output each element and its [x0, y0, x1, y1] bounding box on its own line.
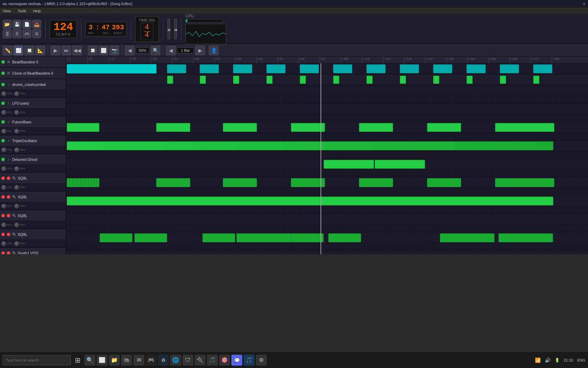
pattern-block[interactable]: [156, 123, 190, 132]
mail-button[interactable]: ✉: [133, 355, 144, 366]
file-explorer-button[interactable]: 📁: [109, 355, 120, 366]
track-header-3[interactable]: ♪ LFO-party: [0, 98, 66, 109]
stop-button[interactable]: ◀◀: [72, 46, 82, 55]
pattern-row-4[interactable]: [66, 122, 588, 133]
pattern-block[interactable]: [223, 178, 257, 187]
track-mute-10[interactable]: [1, 233, 5, 236]
pattern-block[interactable]: [500, 64, 519, 73]
track-header-4[interactable]: ♪ FutureBass: [0, 117, 66, 127]
track-vol-knob-9[interactable]: [1, 223, 6, 227]
steam-button[interactable]: ♻: [158, 355, 169, 366]
track-vol-knob-2[interactable]: [1, 91, 6, 96]
windows-button[interactable]: ⊞: [72, 355, 83, 366]
mixer-button[interactable]: 🎚: [13, 29, 21, 38]
pattern-row-3[interactable]: [66, 104, 588, 114]
track-mute-8[interactable]: [1, 195, 5, 199]
controller-button[interactable]: 🎮: [22, 29, 31, 38]
track-solo-7[interactable]: [7, 177, 10, 180]
track-pan-knob-5[interactable]: [14, 148, 19, 152]
pattern-block[interactable]: [495, 178, 554, 187]
instruments-button[interactable]: 🎛: [3, 29, 12, 38]
pattern-row-10[interactable]: [66, 232, 588, 243]
play-button[interactable]: ▶: [51, 46, 60, 55]
pattern-block[interactable]: [100, 233, 132, 242]
pattern-block[interactable]: [134, 233, 167, 242]
pattern-block[interactable]: [467, 76, 473, 84]
pattern-row-7[interactable]: [66, 177, 588, 188]
search-input[interactable]: [3, 355, 71, 365]
pattern-row-2[interactable]: [66, 85, 588, 96]
track-solo-8[interactable]: [7, 195, 10, 199]
music-button[interactable]: 🎵: [207, 355, 218, 366]
track-name-0[interactable]: Beat/Bassline 0: [12, 60, 64, 64]
pattern-block[interactable]: [167, 64, 186, 73]
menu-help[interactable]: Help: [32, 9, 42, 13]
track-mute-2[interactable]: [1, 83, 5, 86]
pattern-block[interactable]: [500, 76, 506, 84]
quantize-right-button[interactable]: ▶: [195, 46, 205, 55]
search-taskbar-button[interactable]: 🔍: [84, 355, 95, 366]
pattern-block[interactable]: [467, 64, 486, 73]
pattern-block[interactable]: [67, 141, 553, 150]
new-project-button[interactable]: 📄: [22, 20, 31, 29]
vst-button[interactable]: 🔌: [195, 355, 206, 366]
save-project-button[interactable]: 💾: [13, 20, 21, 29]
pattern-row-0[interactable]: [66, 63, 588, 74]
track-pan-knob-6[interactable]: [14, 166, 19, 171]
track-header-1[interactable]: ⊞ Clone of Beat/Bassline 0: [0, 68, 66, 79]
pattern-block[interactable]: [533, 76, 539, 84]
pattern-block[interactable]: [223, 123, 257, 132]
track-mute-3[interactable]: [1, 102, 5, 105]
tempo-section[interactable]: 124 TEMPO: [50, 20, 77, 38]
add-sample-button[interactable]: ⬜: [99, 46, 108, 55]
track-header-6[interactable]: ♪ Detuned Ghost: [0, 154, 66, 165]
pattern-block[interactable]: [300, 64, 319, 73]
lmms-button[interactable]: 🎵: [244, 355, 255, 366]
pattern-block[interactable]: [291, 123, 325, 132]
track-vol-knob-4[interactable]: [1, 129, 6, 134]
track-name-10[interactable]: SQ8L: [18, 232, 64, 236]
settings-sys-button[interactable]: ⚙: [256, 355, 267, 366]
app1-button[interactable]: 🎮: [146, 355, 157, 366]
pattern-block[interactable]: [67, 64, 157, 74]
zoom-out-button[interactable]: ◀: [125, 46, 134, 55]
pattern-block[interactable]: [291, 178, 325, 187]
discord-button[interactable]: 💬: [231, 355, 242, 366]
track-header-8[interactable]: 🔌 SQ8L: [0, 191, 66, 202]
track-header-11[interactable]: 🔌 Synth1 VSTi: [0, 248, 66, 254]
track-vol-knob-7[interactable]: [1, 185, 6, 190]
pattern-block[interactable]: [333, 64, 352, 73]
track-vol-knob-8[interactable]: [1, 204, 6, 209]
track-mute-4[interactable]: [1, 120, 5, 124]
pattern-block[interactable]: [433, 64, 452, 73]
export-button[interactable]: 📤: [32, 20, 41, 29]
pattern-block[interactable]: [366, 76, 373, 84]
menu-view[interactable]: View: [1, 9, 12, 13]
close-button[interactable]: ×: [583, 2, 585, 6]
timeline-settings-button[interactable]: 👤: [209, 46, 218, 55]
pattern-block[interactable]: [333, 76, 339, 84]
quantize-left-button[interactable]: ◀: [166, 46, 176, 55]
track-name-3[interactable]: LFO-party: [12, 101, 64, 105]
master-pitch-slider[interactable]: [174, 19, 177, 39]
draw-mode-button[interactable]: ✏️: [3, 46, 12, 55]
track-name-9[interactable]: SQ8L: [18, 214, 64, 218]
track-name-2[interactable]: drums_crashcymbal: [12, 82, 64, 87]
timeline-area[interactable]: I 1I 9I 17I 25I 33I 41I 49I 57I 65I 73I …: [66, 57, 588, 254]
track-pan-knob-4[interactable]: [14, 129, 19, 134]
pattern-block[interactable]: [67, 197, 553, 205]
track-pan-knob-7[interactable]: [14, 185, 19, 190]
browser-button[interactable]: 🌐: [170, 355, 181, 366]
pattern-row-9[interactable]: [66, 214, 588, 225]
pattern-block[interactable]: [366, 64, 386, 73]
pattern-row-11[interactable]: [66, 251, 588, 254]
track-pan-knob-9[interactable]: [14, 223, 19, 227]
pattern-row-8[interactable]: [66, 196, 588, 206]
track-mute-7[interactable]: [1, 177, 5, 180]
track-header-0[interactable]: ⊞ Beat/Bassline 0: [0, 57, 66, 67]
track-name-6[interactable]: Detuned Ghost: [12, 157, 64, 162]
pattern-row-6[interactable]: [66, 159, 588, 170]
pattern-block[interactable]: [359, 123, 393, 132]
app2-button[interactable]: 🎯: [219, 355, 230, 366]
track-header-5[interactable]: ♪ TripleOscillator: [0, 135, 66, 146]
